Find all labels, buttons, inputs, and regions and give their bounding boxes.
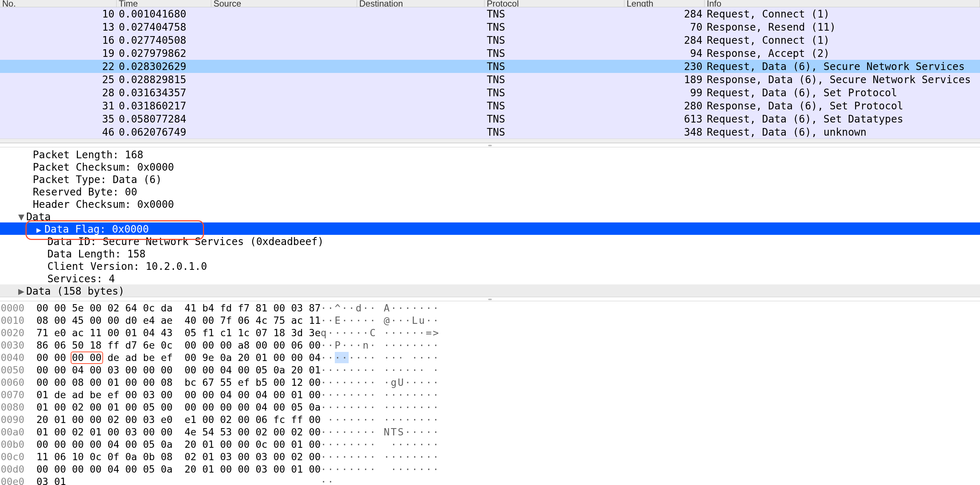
- cell-destination: [357, 113, 485, 125]
- hex-line[interactable]: 002071 e0 ac 11 00 01 04 43 05 f1 c1 1c …: [0, 327, 980, 339]
- cell-destination: [357, 100, 485, 112]
- hex-line[interactable]: 004000 00 00 00 de ad be ef 00 9e 0a 20 …: [0, 351, 980, 364]
- hex-line[interactable]: 007001 de ad be ef 00 03 00 00 00 04 00 …: [0, 389, 980, 401]
- cell-source: [211, 73, 357, 86]
- cell-info: Request, Data (6), Set Datatypes: [705, 113, 980, 125]
- column-header-destination[interactable]: Destination: [357, 0, 485, 7]
- cell-no: 31: [0, 100, 116, 112]
- packet-row[interactable]: 310.031860217TNS280Response, Data (6), S…: [0, 99, 980, 112]
- cell-no: 35: [0, 113, 116, 125]
- detail-data-node[interactable]: ▼Data: [0, 210, 980, 222]
- hex-bytes: 01 00 02 00 01 00 05 00 00 00 00 00 04 0…: [37, 401, 321, 413]
- packet-row[interactable]: 190.027979862TNS94Response, Accept (2): [0, 47, 980, 60]
- cell-length: 284: [624, 34, 705, 46]
- detail-packet-checksum[interactable]: Packet Checksum: 0x0000: [0, 160, 980, 173]
- detail-client-version[interactable]: Client Version: 10.2.0.1.0: [0, 260, 980, 272]
- cell-info: Request, Connect (1): [705, 8, 980, 20]
- detail-data-flag[interactable]: ▶Data Flag: 0x0000: [0, 222, 980, 235]
- packet-row[interactable]: 160.027740508TNS284Request, Connect (1): [0, 34, 980, 47]
- detail-services[interactable]: Services: 4: [0, 272, 980, 284]
- hex-line[interactable]: 003086 06 50 18 ff d7 6e 0c 00 00 00 a8 …: [0, 339, 980, 351]
- hex-bytes: 00 00 04 00 03 00 00 00 00 00 04 00 05 0…: [37, 364, 321, 377]
- packet-row[interactable]: 220.028302629TNS230Request, Data (6), Se…: [0, 60, 980, 73]
- cell-protocol: TNS: [485, 61, 624, 73]
- cell-destination: [357, 73, 485, 86]
- detail-packet-length[interactable]: Packet Length: 168: [0, 148, 980, 160]
- detail-header-checksum[interactable]: Header Checksum: 0x0000: [0, 198, 980, 210]
- hex-line[interactable]: 00d000 00 00 00 04 00 05 0a 20 01 00 00 …: [0, 463, 980, 475]
- expand-icon: ▼: [18, 211, 26, 223]
- cell-info: Response, Data (6), Secure Network Servi…: [705, 73, 980, 86]
- hex-ascii: ··P···n· ········: [321, 339, 440, 351]
- cell-destination: [357, 8, 485, 20]
- cell-destination: [357, 61, 485, 73]
- cell-source: [211, 21, 357, 33]
- cell-time: 0.031860217: [116, 100, 211, 112]
- hex-line[interactable]: 00e003 01··: [0, 475, 980, 485]
- hex-line[interactable]: 005000 00 04 00 03 00 00 00 00 00 04 00 …: [0, 364, 980, 377]
- detail-data-bytes-node[interactable]: ▶Data (158 bytes): [0, 284, 980, 297]
- cell-no: 19: [0, 48, 116, 59]
- cell-time: 0.031634357: [116, 87, 211, 99]
- cell-destination: [357, 21, 485, 33]
- cell-length: 94: [624, 48, 705, 59]
- cell-source: [211, 48, 357, 59]
- cell-no: 13: [0, 21, 116, 33]
- hex-bytes: 00 00 00 00 04 00 05 0a 20 01 00 00 0c 0…: [37, 438, 321, 451]
- hex-line[interactable]: 008001 00 02 00 01 00 05 00 00 00 00 00 …: [0, 401, 980, 413]
- hex-line[interactable]: 00c011 06 10 0c 0f 0a 0b 08 02 01 03 00 …: [0, 451, 980, 463]
- hex-offset: 00c0: [0, 451, 37, 463]
- detail-data-length[interactable]: Data Length: 158: [0, 247, 980, 260]
- packet-row[interactable]: 460.062076749TNS348Request, Data (6), un…: [0, 126, 980, 139]
- packet-row[interactable]: 130.027404758TNS70Response, Resend (11): [0, 21, 980, 34]
- horizontal-scrollbar[interactable]: [0, 139, 980, 143]
- cell-time: 0.058077284: [116, 113, 211, 125]
- column-header-time[interactable]: Time: [116, 0, 211, 7]
- packet-row[interactable]: 350.058077284TNS613Request, Data (6), Se…: [0, 112, 980, 126]
- hex-offset: 0010: [0, 314, 37, 327]
- cell-destination: [357, 34, 485, 46]
- hex-offset: 00e0: [0, 475, 37, 485]
- column-header-info[interactable]: Info: [705, 0, 980, 7]
- column-header-source[interactable]: Source: [211, 0, 357, 7]
- hex-ascii: ········ ·······: [321, 463, 440, 475]
- cell-no: 22: [0, 61, 116, 73]
- packet-details-pane: Packet Length: 168 Packet Checksum: 0x00…: [0, 147, 980, 297]
- detail-packet-type[interactable]: Packet Type: Data (6): [0, 173, 980, 185]
- hex-bytes: 00 00 00 00 04 00 05 0a 20 01 00 00 03 0…: [37, 463, 321, 475]
- cell-info: Request, Data (6), Set Protocol: [705, 87, 980, 99]
- pane-separator-bottom[interactable]: [0, 297, 980, 301]
- pane-separator-top[interactable]: [0, 143, 980, 147]
- cell-time: 0.001041680: [116, 8, 211, 20]
- cell-source: [211, 34, 357, 46]
- hex-line[interactable]: 00a001 00 02 01 00 03 00 00 4e 54 53 00 …: [0, 426, 980, 438]
- cell-protocol: TNS: [485, 48, 624, 59]
- cell-time: 0.027404758: [116, 21, 211, 33]
- packet-row[interactable]: 100.001041680TNS284Request, Connect (1): [0, 7, 980, 21]
- cell-time: 0.027740508: [116, 34, 211, 46]
- hex-ascii: ········ ········: [321, 401, 440, 413]
- column-header-no[interactable]: No.: [0, 0, 116, 7]
- cell-no: 16: [0, 34, 116, 46]
- hex-line[interactable]: 009020 01 00 00 02 00 03 e0 e1 00 02 00 …: [0, 413, 980, 426]
- detail-reserved-byte[interactable]: Reserved Byte: 00: [0, 185, 980, 198]
- column-header-protocol[interactable]: Protocol: [485, 0, 624, 7]
- hex-line[interactable]: 00b000 00 00 00 04 00 05 0a 20 01 00 00 …: [0, 438, 980, 451]
- cell-no: 10: [0, 8, 116, 20]
- cell-source: [211, 126, 357, 138]
- hex-ascii: ······· ········: [321, 413, 440, 426]
- detail-data-id[interactable]: Data ID: Secure Network Services (0xdead…: [0, 235, 980, 247]
- hex-line[interactable]: 006000 00 08 00 01 00 00 08 bc 67 55 ef …: [0, 377, 980, 389]
- cell-destination: [357, 126, 485, 138]
- hex-line[interactable]: 000000 00 5e 00 02 64 0c da 41 b4 fd f7 …: [0, 302, 980, 314]
- hex-offset: 0080: [0, 401, 37, 413]
- packet-row[interactable]: 280.031634357TNS99Request, Data (6), Set…: [0, 86, 980, 99]
- hex-ascii: ········ NTS·····: [321, 426, 440, 438]
- cell-protocol: TNS: [485, 21, 624, 33]
- packet-row[interactable]: 250.028829815TNS189Response, Data (6), S…: [0, 73, 980, 86]
- hex-line[interactable]: 001008 00 45 00 00 d0 e4 ae 40 00 7f 06 …: [0, 314, 980, 327]
- cell-no: 28: [0, 87, 116, 99]
- cell-destination: [357, 48, 485, 59]
- column-header-length[interactable]: Length: [624, 0, 705, 7]
- packet-rows: 100.001041680TNS284Request, Connect (1)1…: [0, 7, 980, 139]
